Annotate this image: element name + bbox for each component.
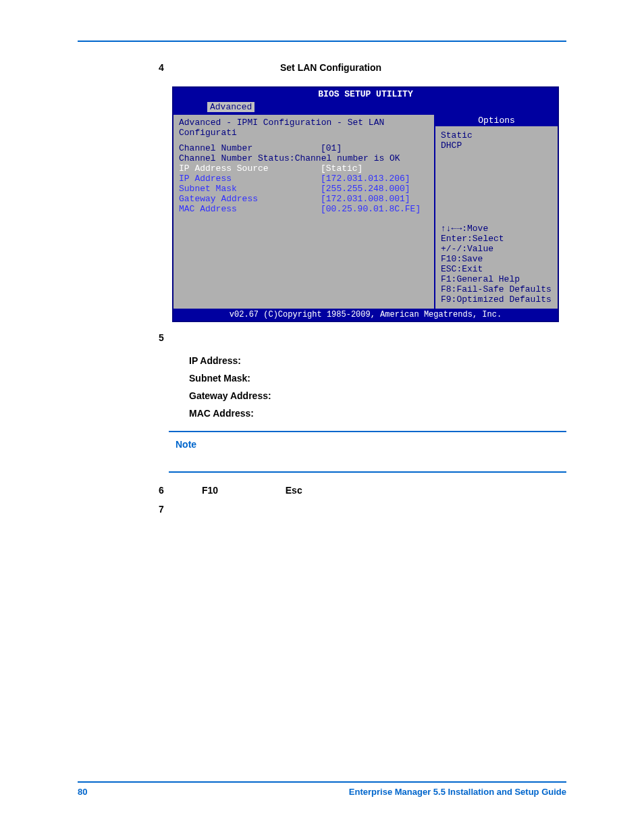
channel-number-value: [01] (321, 143, 342, 153)
help-f8: F8:Fail-Safe Defaults (441, 284, 552, 294)
row-ip-source[interactable]: IP Address Source [Static] (179, 163, 429, 174)
step-7-number: 7 (78, 504, 566, 515)
channel-number-label: Channel Number (179, 143, 321, 153)
step-5-number: 5 (78, 332, 566, 343)
row-subnet-mask[interactable]: Subnet Mask [255.255.248.000] (179, 184, 429, 194)
channel-status: Channel Number Status:Channel number is … (179, 153, 429, 163)
page-footer: 80 Enterprise Manager 5.5 Installation a… (78, 781, 566, 797)
help-f10: F10:Save (441, 254, 552, 264)
bios-screenshot: BIOS SETUP UTILITY Advanced Advanced - I… (172, 86, 559, 322)
row-gateway[interactable]: Gateway Address [172.031.008.001] (179, 194, 429, 204)
subnet-mask-label: Subnet Mask (179, 184, 321, 194)
sub-ip: IP Address: (189, 355, 566, 366)
ip-address-value: [172.031.013.206] (321, 174, 410, 184)
help-value: +/-/:Value (441, 244, 552, 254)
page-number: 80 (78, 787, 87, 797)
note-label: Note (176, 439, 196, 450)
gateway-value: [172.031.008.001] (321, 194, 410, 204)
sub-mac: MAC Address: (189, 408, 566, 419)
step-4-label: Set LAN Configuration (280, 62, 381, 73)
bios-title: BIOS SETUP UTILITY (173, 88, 558, 101)
row-ip-address[interactable]: IP Address [172.031.013.206] (179, 174, 429, 184)
row-mac[interactable]: MAC Address [00.25.90.01.8C.FE] (179, 204, 429, 214)
option-dhcp[interactable]: DHCP (441, 140, 552, 151)
help-move: ↑↓←→:Move (441, 224, 552, 234)
step-6: 6 F10 Esc (78, 485, 566, 496)
sub-gateway: Gateway Address: (189, 390, 566, 401)
help-esc: ESC:Exit (441, 264, 552, 274)
step-4-number: 4 (159, 62, 280, 73)
help-enter: Enter:Select (441, 234, 552, 244)
help-f9: F9:Optimized Defaults (441, 294, 552, 305)
option-static[interactable]: Static (441, 130, 552, 140)
bios-copyright: v02.67 (C)Copyright 1985-2009, American … (173, 309, 558, 321)
ip-address-label: IP Address (179, 174, 321, 184)
ip-source-value: [Static] (321, 163, 363, 174)
step-6-number: 6 (159, 485, 199, 496)
ip-source-label: IP Address Source (179, 163, 321, 174)
breadcrumb: Advanced - IPMI Configuration - Set LAN … (179, 118, 429, 138)
mac-label: MAC Address (179, 204, 321, 214)
tab-advanced[interactable]: Advanced (207, 102, 254, 112)
row-channel-number[interactable]: Channel Number [01] (179, 143, 429, 153)
step-4: 4 Set LAN Configuration (78, 62, 566, 73)
subnet-mask-value: [255.255.248.000] (321, 184, 410, 194)
step-5-sublist: IP Address: Subnet Mask: Gateway Address… (78, 355, 566, 419)
footer-title: Enterprise Manager 5.5 Installation and … (349, 787, 566, 797)
bios-main-panel: Advanced - IPMI Configuration - Set LAN … (173, 115, 435, 309)
help-f1: F1:General Help (441, 274, 552, 284)
mac-value: [00.25.90.01.8C.FE] (321, 204, 421, 214)
step-6-key-esc: Esc (286, 485, 302, 496)
step-6-key-f10: F10 (202, 485, 283, 496)
note-block: Note (169, 431, 566, 473)
options-header: Options (435, 115, 558, 126)
bios-tab-bar: Advanced (173, 101, 558, 115)
sub-subnet: Subnet Mask: (189, 373, 566, 384)
help-keys: ↑↓←→:Move Enter:Select +/-/:Value F10:Sa… (435, 221, 558, 309)
gateway-label: Gateway Address (179, 194, 321, 204)
bios-side-panel: Options Static DHCP ↑↓←→:Move Enter:Sele… (435, 115, 558, 309)
